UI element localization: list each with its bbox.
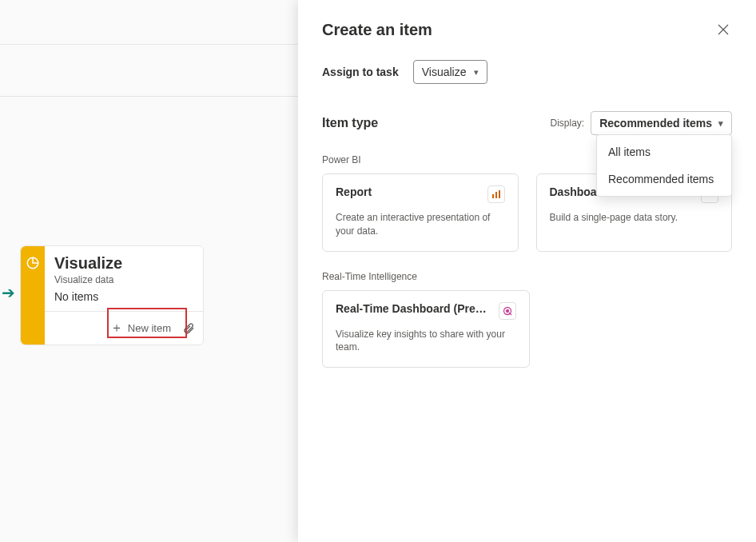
- item-card-report[interactable]: Report Create an interactive presentatio…: [322, 173, 519, 252]
- paperclip-icon: [182, 322, 195, 335]
- item-card-realtime-dashboard[interactable]: Real-Time Dashboard (Previ... Visualize …: [322, 290, 530, 369]
- item-desc: Build a single-page data story.: [550, 211, 719, 225]
- pie-chart-icon: [26, 256, 40, 270]
- assign-to-task-label: Assign to task: [322, 66, 399, 78]
- close-icon: [718, 24, 729, 35]
- chevron-down-icon: ▾: [718, 118, 723, 129]
- display-label: Display:: [550, 118, 584, 129]
- task-title: Visualize: [54, 254, 193, 273]
- panel-title: Create an item: [322, 21, 432, 39]
- display-select[interactable]: Recommended items ▾: [591, 111, 732, 135]
- task-subtitle: Visualize data: [54, 274, 193, 285]
- task-no-items: No items: [54, 290, 193, 303]
- close-button[interactable]: [714, 21, 732, 41]
- svg-rect-2: [492, 194, 494, 198]
- task-accent: [21, 246, 45, 345]
- item-name: Real-Time Dashboard (Previ...: [336, 302, 492, 315]
- target-icon: [499, 302, 516, 320]
- item-type-heading: Item type: [322, 116, 378, 130]
- assign-to-task-select[interactable]: Visualize ▾: [413, 60, 488, 84]
- category-label-realtime: Real-Time Intelligence: [322, 271, 732, 282]
- item-name: Report: [336, 185, 372, 198]
- svg-rect-3: [495, 192, 497, 198]
- display-dropdown-menu: All items Recommended items: [596, 134, 732, 197]
- display-option-recommended[interactable]: Recommended items: [597, 165, 731, 193]
- item-desc: Create an interactive presentation of yo…: [336, 211, 505, 238]
- display-selected-value: Recommended items: [599, 117, 712, 130]
- task-card-visualize[interactable]: Visualize Visualize data No items ＋ New …: [20, 245, 204, 345]
- display-option-all[interactable]: All items: [597, 138, 731, 165]
- new-item-label: New item: [128, 322, 171, 334]
- bar-chart-icon: [487, 185, 505, 203]
- attach-button[interactable]: [182, 322, 195, 335]
- create-item-panel: Create an item Assign to task Visualize …: [298, 0, 756, 542]
- svg-rect-4: [499, 190, 500, 198]
- plus-icon: ＋: [110, 320, 123, 337]
- connector-arrow-icon: ➔: [2, 285, 15, 301]
- chevron-down-icon: ▾: [474, 67, 479, 78]
- item-desc: Visualize key insights to share with you…: [336, 328, 516, 355]
- svg-point-7: [507, 309, 509, 312]
- new-item-button[interactable]: ＋ New item: [105, 318, 176, 338]
- assign-selected-value: Visualize: [422, 66, 467, 78]
